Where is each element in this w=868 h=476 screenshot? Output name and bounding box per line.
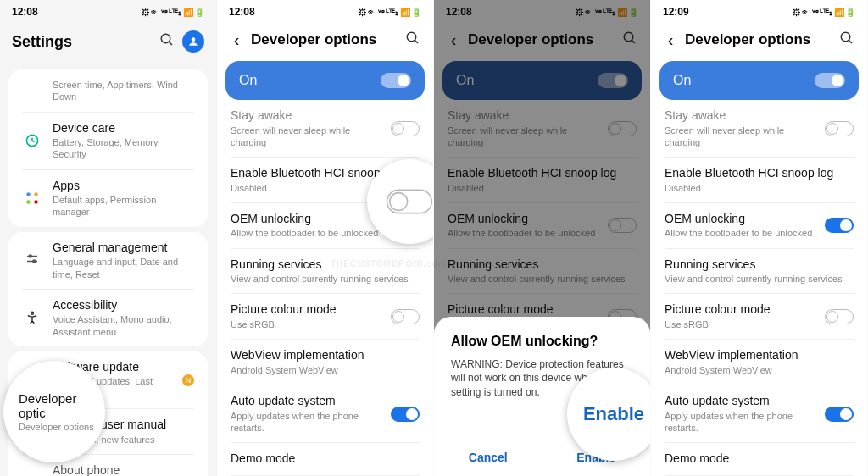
item-bt-snoop[interactable]: Enable Bluetooth HCI snoop logDisabled [651,158,867,202]
svg-point-5 [34,192,38,196]
back-icon[interactable]: ‹ [663,31,678,48]
toggle-off-icon [387,190,432,214]
svg-point-2 [192,37,196,42]
toggle-on-icon [815,73,845,88]
svg-point-12 [31,313,34,315]
search-icon[interactable] [838,30,855,49]
toggle-off-icon[interactable] [391,309,420,324]
item-demo-mode[interactable]: Demo mode [217,443,433,475]
svg-point-6 [26,200,31,204]
search-icon[interactable] [159,32,175,51]
toggle-on-icon[interactable] [825,218,854,233]
item-accessibility[interactable]: AccessibilityVoice Assistant, Mono audio… [8,290,208,346]
avatar[interactable] [182,30,204,53]
item-auto-update[interactable]: Auto update systemApply updates when the… [217,385,433,442]
toggle-off-icon [608,121,637,136]
toggle-off-icon[interactable] [825,121,854,136]
svg-point-9 [29,255,31,257]
svg-line-1 [169,42,172,45]
page-title: Developer options [251,31,398,48]
item-general-management[interactable]: General managementLanguage and input, Da… [8,232,208,289]
page-title: Settings [12,33,152,51]
svg-point-11 [33,260,36,263]
header: ‹ Developer options [217,24,433,61]
apps-icon [22,188,42,208]
magnifier-developer-options: Developer optic Developer options [3,361,105,462]
device-care-icon [22,130,42,151]
item-running-services[interactable]: Running servicesView and control current… [651,249,867,294]
enable-label: Enable [583,403,644,425]
sliders-icon [22,250,42,270]
page-title: Developer options [468,31,615,48]
status-bar: 12:08 ⚙ ᯤ ᵛᵒ ᴸᵀᴱ₁ 📶 🔋 [217,0,433,24]
toggle-on-icon [598,73,628,88]
panel-dev-options-dialog: 12:08 ⚙ ᯤ ᵛᵒ ᴸᵀᴱ₁ 📶 🔋 ‹ Developer option… [434,0,651,476]
panel-dev-options-on: 12:09 ⚙ ᯤ ᵛᵒ ᴸᵀᴱ₁ 📶 🔋 ‹ Developer option… [651,0,868,476]
item-running-services[interactable]: Running servicesView and control current… [217,249,433,294]
svg-point-4 [26,192,31,196]
magnifier-enable-button: Enable [567,368,651,461]
item-apps[interactable]: AppsDefault apps, Permission manager [8,170,208,227]
item-webview[interactable]: WebView implementationAndroid System Web… [651,340,867,385]
svg-line-17 [415,40,418,43]
item-auto-update[interactable]: Auto update systemApply updates when the… [651,385,867,442]
item-device-care[interactable]: Device careBattery, Storage, Memory, Sec… [8,113,208,169]
item-demo-mode[interactable]: Demo mode [651,443,867,475]
back-icon: ‹ [446,31,461,48]
item-stay-awake[interactable]: Stay awakeScreen will never sleep while … [651,105,867,157]
settings-card-2: General managementLanguage and input, Da… [8,232,208,346]
search-icon [621,30,638,49]
update-badge: N [182,374,194,386]
search-icon[interactable] [404,30,421,49]
svg-point-7 [34,200,38,204]
panel-dev-options-off: 12:08 ⚙ ᯤ ᵛᵒ ᴸᵀᴱ₁ 📶 🔋 ‹ Developer option… [217,0,434,476]
toggle-on-icon [381,73,411,88]
item-picture-colour[interactable]: Picture colour modeUse sRGB [217,294,433,339]
item-digital-wellbeing-tail[interactable]: Screen time, App timers, Wind Down [8,69,208,112]
toggle-on-icon[interactable] [825,407,854,422]
toggle-on-icon[interactable] [391,407,420,422]
cancel-button[interactable]: Cancel [469,451,508,464]
back-icon[interactable]: ‹ [229,31,244,48]
item-webview[interactable]: WebView implementationAndroid System Web… [217,340,433,385]
svg-line-21 [849,40,852,43]
accessibility-icon [22,307,42,328]
master-toggle: On [442,61,642,100]
magnify-title: Developer optic [19,391,105,420]
item-running-services: Running servicesView and control current… [434,249,650,294]
status-time: 12:08 [12,6,38,18]
item-oem-unlocking: OEM unlockingAllow the bootloader to be … [434,203,650,248]
panel-settings: 12:08 ⚙ ᯤ ᵛᵒ ᴸᵀᴱ₁ 📶 🔋 Settings Screen ti… [0,0,217,476]
item-picture-colour[interactable]: Picture colour modeUse sRGB [651,294,867,339]
status-icons: ⚙ ᯤ ᵛᵒ ᴸᵀᴱ₁ 📶 🔋 [142,8,204,17]
status-bar: 12:08 ⚙ ᯤ ᵛᵒ ᴸᵀᴱ₁ 📶 🔋 [0,0,216,24]
svg-point-18 [624,32,633,42]
header: Settings [0,24,216,64]
magnify-sub: Developer options [19,422,94,432]
dialog-title: Allow OEM unlocking? [451,334,633,349]
master-toggle[interactable]: On [225,61,425,100]
info-icon: i [22,473,42,476]
header: ‹ Developer options [651,24,867,61]
item-bt-snoop: Enable Bluetooth HCI snoop logDisabled [434,158,650,202]
toggle-off-icon[interactable] [391,121,420,136]
master-toggle[interactable]: On [659,61,859,100]
item-stay-awake[interactable]: Stay awakeScreen will never sleep while … [217,105,433,157]
page-title: Developer options [685,31,832,48]
settings-card-1: Screen time, App timers, Wind Down Devic… [8,69,208,227]
header: ‹ Developer options [434,24,650,61]
item-stay-awake: Stay awakeScreen will never sleep while … [434,105,650,157]
svg-point-0 [161,34,170,43]
svg-point-16 [407,32,416,42]
toggle-off-icon [608,218,637,233]
status-bar: 12:09 ⚙ ᯤ ᵛᵒ ᴸᵀᴱ₁ 📶 🔋 [651,0,867,24]
toggle-off-icon[interactable] [825,309,854,324]
svg-point-20 [841,32,850,42]
item-oem-unlocking[interactable]: OEM unlockingAllow the bootloader to be … [651,203,867,248]
status-bar: 12:08 ⚙ ᯤ ᵛᵒ ᴸᵀᴱ₁ 📶 🔋 [434,0,650,24]
watermark: THECUSTOMDROID.com [331,259,447,268]
svg-line-19 [632,40,635,43]
